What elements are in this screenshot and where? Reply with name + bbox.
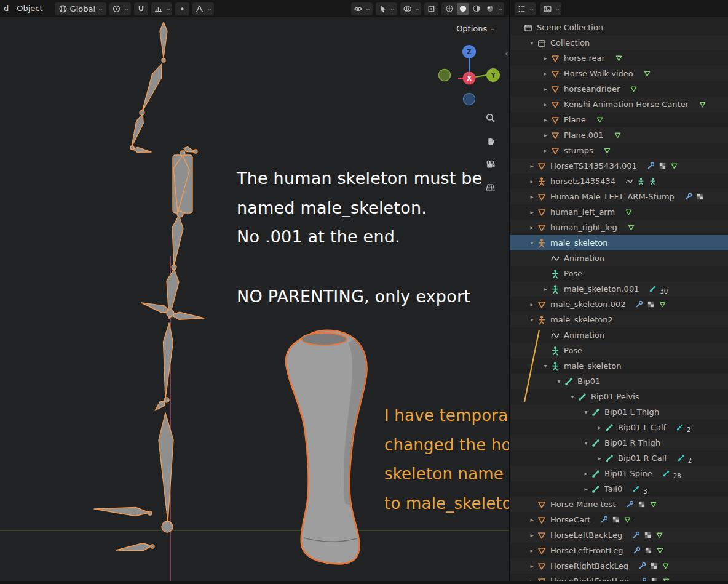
outliner-row[interactable]: ▸horse rear — [510, 50, 728, 66]
outliner-row[interactable]: ▸HorseRightFrontLeg — [510, 574, 728, 581]
object-name[interactable]: Bip01 R Thigh — [604, 438, 660, 447]
disclosure-right-icon[interactable]: ▸ — [527, 516, 537, 523]
disclosure-right-icon[interactable]: ▸ — [527, 178, 537, 185]
object-name[interactable]: Collection — [550, 38, 590, 47]
mesh-icon[interactable] — [550, 69, 560, 79]
proportional-falloff-dropdown[interactable]: ⌄ — [192, 2, 214, 15]
armature-bone[interactable] — [155, 401, 165, 410]
object-name[interactable]: Plane.001 — [564, 130, 604, 140]
disclosure-right-icon[interactable]: ▸ — [527, 193, 537, 200]
mesh-icon[interactable] — [698, 100, 706, 108]
horse-leg-mesh[interactable] — [286, 330, 367, 564]
object-name[interactable]: Animation — [564, 254, 604, 263]
outliner-row[interactable]: Horse Mane test — [510, 497, 728, 512]
outliner-row[interactable]: ▾male_skeleton2 — [510, 312, 728, 327]
outliner-row[interactable]: ▸horseandrider — [510, 81, 728, 97]
disclosure-right-icon[interactable]: ▸ — [540, 55, 550, 62]
outliner-row[interactable]: ▸Tail03 — [510, 481, 728, 497]
selectability-dropdown[interactable]: ⌄ — [376, 2, 397, 15]
object-name[interactable]: HorseRightBackLeg — [550, 561, 628, 570]
outliner-row[interactable]: Scene Collection — [510, 20, 728, 35]
3d-viewport[interactable]: The human skeleton must be named male_sk… — [0, 17, 509, 581]
bone-icon[interactable] — [604, 454, 614, 463]
disclosure-right-icon[interactable]: ▸ — [540, 132, 550, 138]
disclosure-right-icon[interactable]: ▸ — [540, 101, 550, 108]
disclosure-right-icon[interactable]: ▸ — [540, 86, 550, 92]
outliner-row[interactable]: ▾Bip01 R Thigh — [510, 435, 728, 450]
bone-joint[interactable] — [167, 310, 174, 317]
bone-joint[interactable] — [172, 265, 176, 270]
mesh-icon[interactable] — [537, 223, 547, 233]
outliner-row[interactable]: Animation — [510, 327, 728, 343]
outliner-panel[interactable]: Scene Collection▾Collection▸horse rear▸H… — [510, 17, 728, 581]
mesh-icon[interactable] — [537, 515, 547, 525]
disclosure-down-icon[interactable]: ▾ — [527, 239, 537, 246]
disclosure-down-icon[interactable]: ▾ — [527, 39, 537, 46]
object-name[interactable]: Animation — [564, 330, 604, 340]
outliner-row[interactable]: ▾male_skeleton — [510, 358, 728, 374]
squiggle-icon[interactable] — [625, 177, 633, 185]
armature-bone[interactable] — [164, 323, 173, 399]
wrench-icon[interactable] — [684, 193, 692, 201]
outliner-row[interactable]: ▾Bip01 Pelvis — [510, 389, 728, 404]
outliner-row[interactable]: ▸male_skeleton.002 — [510, 297, 728, 312]
wrench-icon[interactable] — [635, 300, 643, 308]
wrench-icon[interactable] — [626, 500, 634, 508]
object-name[interactable]: Bip01 R Calf — [618, 454, 667, 463]
bone-icon[interactable] — [632, 485, 640, 493]
armature-bone[interactable] — [116, 543, 152, 551]
disclosure-right-icon[interactable]: ▸ — [540, 147, 550, 154]
snap-target-dropdown[interactable]: ⌄ — [151, 2, 173, 15]
bone-icon[interactable] — [662, 470, 670, 478]
panel-divider[interactable] — [509, 0, 510, 584]
mesh-icon[interactable] — [537, 577, 547, 582]
armature-bone[interactable] — [160, 22, 167, 58]
checker-icon[interactable] — [696, 193, 704, 201]
checker-icon[interactable] — [612, 516, 620, 524]
armature-bone[interactable] — [141, 303, 170, 313]
checker-icon[interactable] — [647, 300, 655, 308]
mesh-icon[interactable] — [596, 116, 604, 124]
object-name[interactable]: Horse Mane test — [550, 500, 616, 509]
armature-bone[interactable] — [172, 215, 183, 266]
perspective-toggle-button[interactable] — [482, 179, 499, 196]
mesh-icon[interactable] — [630, 85, 638, 93]
mesh-icon[interactable] — [537, 500, 547, 510]
options-dropdown[interactable]: Options ⌄ — [451, 22, 501, 36]
bone-joint[interactable] — [177, 211, 183, 217]
overlays-dropdown[interactable]: ⌄ — [400, 2, 422, 15]
shading-wireframe-button[interactable] — [443, 3, 456, 15]
object-name[interactable]: HorseLeftFrontLeg — [550, 546, 623, 555]
proportional-editing-toggle[interactable] — [175, 2, 189, 15]
outliner-row[interactable]: ▸Plane.001 — [510, 127, 728, 143]
person-icon[interactable] — [550, 361, 560, 371]
gizmo-neg-y-ball[interactable] — [439, 70, 451, 81]
armature-bone[interactable] — [171, 312, 204, 319]
mesh-icon[interactable] — [662, 562, 670, 570]
disclosure-right-icon[interactable]: ▸ — [581, 470, 591, 477]
person-icon[interactable] — [537, 315, 547, 325]
mesh-icon[interactable] — [655, 531, 663, 539]
disclosure-down-icon[interactable]: ▾ — [540, 362, 550, 369]
bone-icon[interactable] — [577, 392, 587, 402]
outliner-row[interactable]: ▸Kenshi Animation Horse Canter — [510, 97, 728, 112]
mesh-icon[interactable] — [649, 500, 657, 508]
squiggle-icon[interactable] — [550, 330, 560, 340]
armature-bone[interactable] — [142, 64, 162, 112]
armature-bone[interactable] — [94, 508, 149, 516]
outliner-row[interactable]: ▾Bip01 L Thigh — [510, 404, 728, 420]
zoom-button[interactable] — [482, 110, 499, 126]
shading-rendered-button[interactable] — [484, 3, 496, 15]
wrench-icon[interactable] — [633, 546, 641, 554]
mesh-icon[interactable] — [623, 516, 631, 524]
outliner-row[interactable]: ▸human_left_arm — [510, 204, 728, 220]
object-name[interactable]: Plane — [564, 115, 586, 124]
armature-bone[interactable] — [159, 413, 173, 522]
bone-joint[interactable] — [151, 545, 154, 548]
mesh-icon[interactable] — [643, 70, 651, 78]
mesh-icon[interactable] — [614, 131, 622, 139]
outliner-row[interactable]: ▸male_skeleton.00130 — [510, 281, 728, 297]
mesh-icon[interactable] — [537, 546, 547, 556]
disclosure-right-icon[interactable]: ▸ — [527, 562, 537, 569]
bone-joint[interactable] — [130, 146, 134, 150]
